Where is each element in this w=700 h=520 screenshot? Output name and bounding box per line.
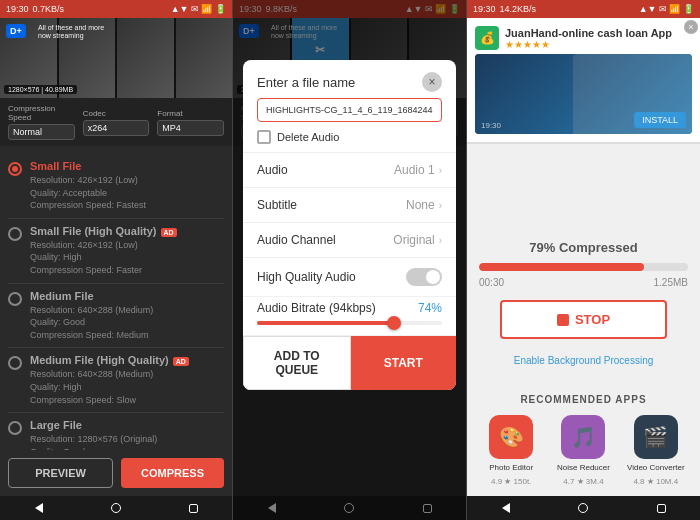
- subtitle-value: None ›: [406, 198, 442, 212]
- modal-header: Enter a file name ×: [243, 60, 456, 98]
- add-to-queue-button[interactable]: ADD TO QUEUE: [243, 336, 351, 390]
- stop-label: STOP: [575, 312, 610, 327]
- modal-footer: ADD TO QUEUE START: [243, 336, 456, 390]
- list-item[interactable]: Large File Resolution: 1280×576 (Origina…: [8, 413, 224, 450]
- video-converter-icon: 🎬: [634, 415, 678, 459]
- codec-group: Codec x264: [83, 109, 150, 136]
- progress-size: 1.25MB: [654, 277, 688, 288]
- audio-channel-value-text: Original: [393, 233, 434, 247]
- stop-button[interactable]: STOP: [500, 300, 667, 339]
- audio-channel-label: Audio Channel: [257, 233, 336, 247]
- thumbnail-3: [117, 18, 174, 98]
- radio-medium-hq[interactable]: [8, 356, 22, 370]
- recommended-title: RECOMMENDED APPS: [467, 394, 700, 405]
- home-button-left[interactable]: [106, 498, 126, 518]
- audio-label: Audio: [257, 163, 288, 177]
- ad-install-button[interactable]: INSTALL: [634, 112, 686, 128]
- filename-modal: Enter a file name × Delete Audio Audio A…: [243, 60, 456, 390]
- status-speed-left: 0.7KB/s: [33, 4, 65, 14]
- recent-button-left[interactable]: [183, 498, 203, 518]
- progress-bar-fill: [479, 263, 644, 271]
- audio-value-text: Audio 1: [394, 163, 435, 177]
- file-name-medium: Medium File: [30, 290, 224, 302]
- file-details-medium: Resolution: 640×288 (Medium)Quality: Goo…: [30, 304, 224, 342]
- start-button[interactable]: START: [351, 336, 457, 390]
- file-details-large: Resolution: 1280×576 (Original)Quality: …: [30, 433, 224, 450]
- back-button-left[interactable]: [29, 498, 49, 518]
- back-button-right[interactable]: [496, 498, 516, 518]
- photo-editor-icon: 🎨: [489, 415, 533, 459]
- audio-channel-chevron: ›: [439, 235, 442, 246]
- audio-row[interactable]: Audio Audio 1 ›: [243, 153, 456, 188]
- app-card-noise[interactable]: 🎵 Noise Reducer 4.7 ★ 3M.4: [553, 415, 613, 486]
- ad-title: JuanHand-online cash loan App: [505, 27, 672, 39]
- photo-editor-rating: 4.9 ★ 150t.: [491, 477, 531, 486]
- recent-button-right[interactable]: [651, 498, 671, 518]
- audio-channel-row[interactable]: Audio Channel Original ›: [243, 223, 456, 258]
- video-header-left: D+ All of these and more now streaming 1…: [0, 18, 232, 98]
- delete-audio-checkbox[interactable]: [257, 130, 271, 144]
- disney-logo: D+: [6, 24, 26, 38]
- resolution-badge-left: 1280×576 | 40.89MB: [4, 85, 77, 94]
- file-list: Small File Resolution: 426×192 (Low)Qual…: [0, 146, 232, 450]
- ad-banner: × 💰 JuanHand-online cash loan App ★★★★★ …: [467, 18, 700, 144]
- video-converter-name: Video Converter: [627, 463, 685, 473]
- app-card-photo[interactable]: 🎨 Photo Editor 4.9 ★ 150t.: [481, 415, 541, 486]
- app-card-video[interactable]: 🎬 Video Converter 4.8 ★ 10M.4: [626, 415, 686, 486]
- file-name-small-hq: Small File (High Quality)AD: [30, 225, 224, 237]
- noise-reducer-name: Noise Reducer: [557, 463, 610, 473]
- status-icons-left: ▲▼ ✉ 📶 🔋: [171, 4, 226, 14]
- subtitle-value-text: None: [406, 198, 435, 212]
- bg-processing-link[interactable]: Enable Background Processing: [479, 355, 688, 366]
- radio-small-hq[interactable]: [8, 227, 22, 241]
- bitrate-slider-row: Audio Bitrate (94kbps) 74%: [243, 297, 456, 336]
- status-bar-right: 19:30 14.2KB/s ▲▼ ✉ 📶 🔋: [467, 0, 700, 18]
- modal-close-button[interactable]: ×: [422, 72, 442, 92]
- list-item[interactable]: Medium File (High Quality)AD Resolution:…: [8, 348, 224, 413]
- status-time-right: 19:30: [473, 4, 496, 14]
- nav-bar-left: [0, 496, 232, 520]
- status-time-left: 19:30: [6, 4, 29, 14]
- filename-input[interactable]: [257, 98, 442, 122]
- audio-channel-value: Original ›: [393, 233, 442, 247]
- subtitle-chevron: ›: [439, 200, 442, 211]
- high-quality-audio-label: High Quality Audio: [257, 270, 356, 284]
- subtitle-row[interactable]: Subtitle None ›: [243, 188, 456, 223]
- compression-speed-select[interactable]: Normal: [8, 124, 75, 140]
- codec-select[interactable]: x264: [83, 120, 150, 136]
- controls-row-left: Compression Speed Normal Codec x264 Form…: [0, 98, 232, 146]
- list-item[interactable]: Small File (High Quality)AD Resolution: …: [8, 219, 224, 284]
- radio-large[interactable]: [8, 421, 22, 435]
- ad-stars: ★★★★★: [505, 39, 672, 50]
- ad-app-icon: 💰: [475, 26, 499, 50]
- radio-small-file[interactable]: [8, 162, 22, 176]
- compress-button[interactable]: COMPRESS: [121, 458, 224, 488]
- list-item[interactable]: Medium File Resolution: 640×288 (Medium)…: [8, 284, 224, 349]
- nav-bar-right: [467, 496, 700, 520]
- audio-chevron: ›: [439, 165, 442, 176]
- bitrate-label: Audio Bitrate (94kbps): [257, 301, 376, 315]
- file-name-small: Small File: [30, 160, 224, 172]
- audio-value: Audio 1 ›: [394, 163, 442, 177]
- list-item[interactable]: Small File Resolution: 426×192 (Low)Qual…: [8, 154, 224, 219]
- compression-speed-group: Compression Speed Normal: [8, 104, 75, 140]
- home-button-right[interactable]: [573, 498, 593, 518]
- ad-close-button[interactable]: ×: [684, 20, 698, 34]
- bottom-buttons-left: PREVIEW COMPRESS: [0, 450, 232, 496]
- panel-progress: 19:30 14.2KB/s ▲▼ ✉ 📶 🔋 × 💰 JuanHand-onl…: [467, 0, 700, 520]
- file-details-medium-hq: Resolution: 640×288 (Medium)Quality: Hig…: [30, 368, 224, 406]
- delete-audio-row[interactable]: Delete Audio: [243, 122, 456, 152]
- panel-compress-left: 19:30 0.7KB/s ▲▼ ✉ 📶 🔋 D+ All of these a…: [0, 0, 233, 520]
- photo-editor-name: Photo Editor: [489, 463, 533, 473]
- high-quality-audio-row[interactable]: High Quality Audio: [243, 258, 456, 297]
- bitrate-slider-thumb[interactable]: [387, 316, 401, 330]
- delete-audio-label: Delete Audio: [277, 131, 339, 143]
- high-quality-audio-toggle[interactable]: [406, 268, 442, 286]
- progress-time: 00:30: [479, 277, 504, 288]
- recommended-apps: 🎨 Photo Editor 4.9 ★ 150t. 🎵 Noise Reduc…: [467, 415, 700, 486]
- preview-button[interactable]: PREVIEW: [8, 458, 113, 488]
- format-select[interactable]: MP4: [157, 120, 224, 136]
- bitrate-slider-track[interactable]: [257, 321, 442, 325]
- format-label: Format: [157, 109, 224, 118]
- radio-medium[interactable]: [8, 292, 22, 306]
